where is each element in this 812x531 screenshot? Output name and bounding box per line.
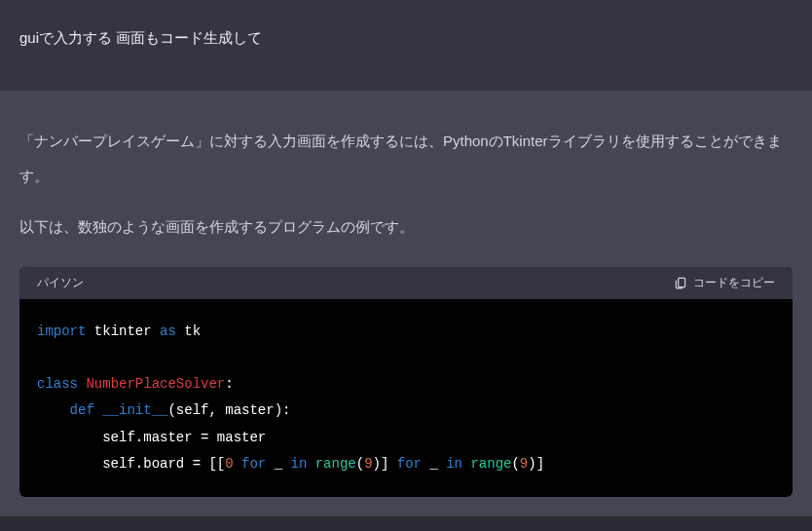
token-plain: self.board = [[ (102, 456, 225, 472)
copy-code-button[interactable]: コードをコピー (674, 275, 775, 291)
token-plain: ( (511, 456, 519, 472)
token-magic: __init__ (102, 402, 167, 418)
token-keyword: for (241, 456, 266, 472)
token-plain: : (225, 376, 233, 392)
token-number: 9 (364, 456, 372, 472)
token-number: 9 (520, 456, 528, 472)
token-plain: _ (266, 456, 290, 472)
token-plain (37, 430, 102, 445)
token-plain: tk (176, 323, 201, 339)
user-message-text: guiで入力する 画面もコード生成して (19, 27, 793, 50)
assistant-message: 「ナンバープレイスゲーム」に対する入力画面を作成するには、PythonのTkin… (0, 91, 812, 517)
token-plain: )] (528, 456, 544, 472)
token-plain: (self, master): (167, 402, 290, 418)
token-keyword: def (70, 402, 94, 418)
user-message: guiで入力する 画面もコード生成して (0, 0, 812, 91)
token-keyword: as (160, 323, 176, 339)
token-plain: self.master = master (102, 430, 266, 445)
token-classname: NumberPlaceSolver (86, 376, 225, 392)
token-plain (37, 456, 102, 472)
token-keyword: in (291, 456, 308, 472)
code-content[interactable]: import tkinter as tk class NumberPlaceSo… (19, 299, 793, 498)
token-plain (307, 456, 314, 472)
token-keyword: class (37, 376, 78, 392)
token-builtin: range (470, 456, 511, 472)
token-keyword: in (446, 456, 462, 472)
clipboard-icon (674, 276, 687, 289)
assistant-paragraph-1: 「ナンバープレイスゲーム」に対する入力画面を作成するには、PythonのTkin… (19, 124, 793, 194)
assistant-paragraph-2: 以下は、数独のような画面を作成するプログラムの例です。 (19, 213, 793, 240)
token-number: 0 (225, 456, 233, 472)
code-header: パイソン コードをコピー (19, 267, 793, 299)
code-block: パイソン コードをコピー import tkinter as tk class … (19, 267, 793, 498)
code-language-label: パイソン (37, 275, 84, 291)
svg-rect-0 (679, 278, 685, 286)
token-plain (94, 402, 102, 418)
token-plain (37, 402, 70, 418)
token-plain: )] (373, 456, 397, 472)
token-plain: ( (356, 456, 364, 472)
token-keyword: import (37, 323, 86, 339)
token-builtin: range (315, 456, 356, 472)
token-plain: tkinter (86, 323, 160, 339)
token-plain (234, 456, 241, 472)
token-keyword: for (397, 456, 422, 472)
token-plain: _ (422, 456, 446, 472)
copy-code-label: コードをコピー (693, 275, 775, 291)
